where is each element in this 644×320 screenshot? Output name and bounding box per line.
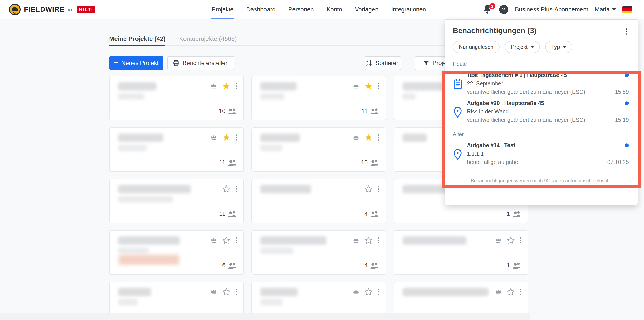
tab-account-projects[interactable]: Kontoprojekte (4666) [179, 35, 237, 42]
location-pin-icon [453, 107, 462, 118]
notifications-menu-button[interactable] [626, 28, 628, 35]
card-actions [494, 288, 522, 296]
star-icon-outline [222, 288, 230, 296]
nav-item-projekte[interactable]: Projekte [212, 0, 234, 19]
members-icon [228, 210, 237, 218]
star-icon-outline [364, 236, 372, 244]
blurred-project-subtitle [260, 145, 282, 151]
project-card[interactable]: 10 [252, 127, 386, 172]
card-menu-button[interactable] [235, 83, 237, 90]
member-count-value: 10 [361, 159, 368, 166]
star-icon-filled [222, 134, 230, 141]
chevron-down-icon [612, 9, 616, 11]
project-card[interactable]: 1 [394, 230, 528, 275]
notification-title: Test Tagesbericht # 1 | Hauptstraße 45 [467, 72, 567, 78]
new-project-button[interactable]: + Neues Projekt [109, 56, 164, 70]
card-menu-button[interactable] [377, 185, 380, 192]
main-nav: ProjekteDashboardPersonenKontoVorlagenIn… [212, 0, 426, 19]
crown-icon [494, 237, 502, 244]
member-count: 11 [219, 159, 237, 166]
notification-item[interactable]: Aufgabe #20 | Hauptstraße 45Riss in der … [453, 100, 629, 123]
notification-item[interactable]: Aufgabe #14 | Test1.1.1.1heute fällige a… [453, 142, 629, 165]
card-menu-button[interactable] [377, 237, 380, 244]
filter-chip-projekt[interactable]: Projekt [505, 41, 540, 53]
nav-item-dashboard[interactable]: Dashboard [246, 0, 276, 19]
card-menu-button[interactable] [520, 237, 522, 244]
star-icon-filled [364, 134, 372, 141]
card-menu-button[interactable] [235, 288, 237, 295]
blurred-project-title [118, 185, 191, 193]
project-card[interactable]: 10 [109, 282, 244, 313]
notification-time: 07.10.25 [608, 159, 629, 165]
help-button[interactable]: ? [499, 5, 508, 14]
notification-item[interactable]: Test Tagesbericht # 1 | Hauptstraße 4522… [453, 72, 629, 95]
star-icon-outline [364, 288, 372, 296]
card-menu-button[interactable] [235, 185, 237, 192]
project-card[interactable]: 10 [252, 282, 386, 313]
filter-chip-typ[interactable]: Typ [545, 41, 572, 53]
member-count: 11 [219, 210, 237, 218]
notification-title: Aufgabe #14 | Test [467, 142, 515, 149]
create-reports-button[interactable]: Berichte erstellen [167, 56, 234, 70]
notification-description: verantwortlicher geändert zu maria meyer… [467, 117, 585, 123]
card-menu-button[interactable] [377, 134, 380, 141]
card-menu-button[interactable] [235, 237, 237, 244]
project-card[interactable]: 6 [109, 230, 244, 275]
members-icon [370, 108, 379, 115]
member-count: 10 [219, 108, 237, 115]
member-count-value: 10 [219, 108, 226, 115]
card-menu-button[interactable] [377, 288, 380, 295]
blurred-project-title [402, 185, 449, 193]
nav-item-integrationen[interactable]: Integrationen [391, 0, 426, 19]
member-count: 11 [362, 108, 379, 115]
printer-icon [173, 60, 180, 67]
notification-section-label: Älter [453, 131, 629, 137]
blurred-project-title [260, 288, 298, 296]
nav-item-konto[interactable]: Konto [327, 0, 342, 19]
members-icon [512, 262, 522, 269]
crown-icon [210, 237, 218, 244]
unread-dot [625, 143, 629, 147]
blurred-project-subtitle [260, 247, 293, 254]
blurred-project-title [402, 134, 427, 142]
blurred-project-subtitle [118, 145, 147, 151]
card-menu-button[interactable] [235, 134, 237, 141]
project-card[interactable]: 10 [109, 76, 244, 121]
crown-icon [210, 288, 218, 295]
nav-right: 3 ? Business Plus-Abonnement Maria [483, 0, 632, 19]
crown-icon [352, 288, 360, 295]
content-bottom-strip [0, 313, 530, 320]
project-card[interactable]: 11 [252, 76, 386, 121]
subscription-label[interactable]: Business Plus-Abonnement [515, 6, 588, 13]
project-card[interactable]: 4 [252, 230, 386, 275]
tab-my-projects[interactable]: Meine Projekte (42) [109, 35, 166, 42]
plus-icon: + [114, 59, 118, 67]
chevron-down-icon [531, 46, 534, 48]
project-card[interactable]: 11 [109, 127, 244, 172]
project-card[interactable]: 11 [109, 179, 244, 223]
sort-button[interactable]: A Z Sortieren [364, 56, 401, 70]
location-pin-icon [453, 149, 462, 160]
language-flag-german[interactable] [622, 6, 632, 13]
member-count: 6 [222, 262, 237, 269]
notification-title: Aufgabe #20 | Hauptstraße 45 [467, 100, 544, 106]
nav-item-vorlagen[interactable]: Vorlagen [355, 0, 378, 19]
member-count: 10 [361, 159, 379, 166]
svg-text:A: A [366, 60, 368, 63]
project-card[interactable]: 11 [394, 282, 528, 313]
notifications-bell-button[interactable]: 3 [483, 4, 492, 15]
top-nav: FIELDWIRE BY HILTI ProjekteDashboardPers… [0, 0, 644, 19]
member-count: 1 [506, 210, 522, 218]
nav-item-personen[interactable]: Personen [288, 0, 314, 19]
card-menu-button[interactable] [520, 288, 522, 295]
user-menu[interactable]: Maria [594, 6, 616, 13]
brand[interactable]: FIELDWIRE BY HILTI [9, 0, 96, 19]
crown-icon [352, 134, 360, 141]
chevron-down-icon [563, 46, 566, 48]
project-card[interactable]: 4 [252, 179, 386, 223]
blurred-project-title [260, 82, 297, 91]
notification-type-icon [453, 72, 467, 95]
filter-chip-nur-ungelesen[interactable]: Nur ungelesen [453, 41, 500, 53]
star-icon-outline [507, 236, 515, 244]
card-menu-button[interactable] [377, 83, 380, 90]
